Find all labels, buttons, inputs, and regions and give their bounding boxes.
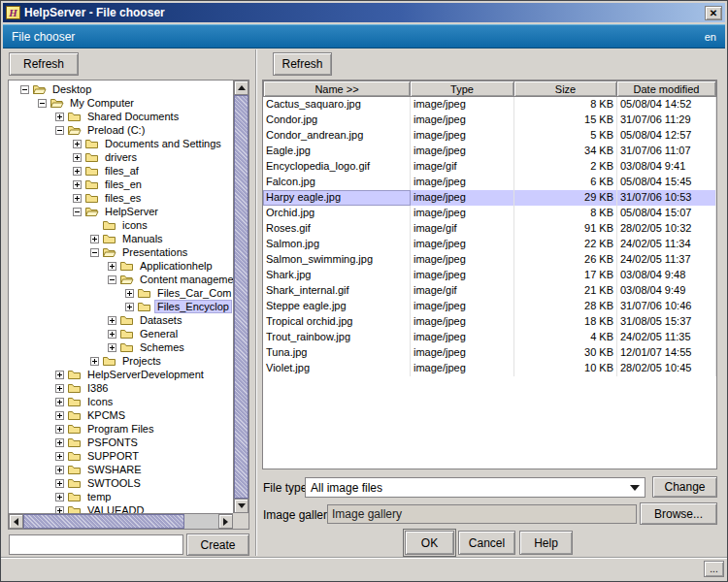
tree-node[interactable]: General xyxy=(9,327,233,340)
expand-icon[interactable] xyxy=(55,398,64,406)
expand-icon[interactable] xyxy=(90,357,99,366)
change-button[interactable]: Change xyxy=(652,476,717,498)
tree-node-label[interactable]: Desktop xyxy=(50,83,93,95)
table-row[interactable]: Steppe eagle.jpgimage/jpeg28 KB31/07/06 … xyxy=(263,299,716,314)
collapse-icon[interactable] xyxy=(90,248,99,257)
collapse-icon[interactable] xyxy=(55,126,64,135)
expand-icon[interactable] xyxy=(55,506,64,514)
tree-node[interactable]: PSFONTS xyxy=(9,436,233,449)
tree-node[interactable]: VALUEADD xyxy=(9,503,233,513)
tree-node-label[interactable]: Datasets xyxy=(138,314,183,326)
table-row[interactable]: Salmon_swimming.jpgimage/jpeg26 KB24/02/… xyxy=(263,252,716,268)
expand-icon[interactable] xyxy=(125,303,134,311)
horizontal-scroll-thumb[interactable] xyxy=(23,514,184,529)
tree-node-label[interactable]: Documents and Settings xyxy=(103,138,223,149)
tree-node-label[interactable]: Files_Encyclop xyxy=(155,301,231,312)
tree-node-label[interactable]: HelpServerDevelopment xyxy=(85,369,206,380)
tree-node[interactable]: KPCMS xyxy=(9,408,233,422)
table-row[interactable]: Tropical orchid.jpgimage/jpeg18 KB31/08/… xyxy=(263,314,716,330)
expand-icon[interactable] xyxy=(55,113,64,121)
table-row[interactable]: Violet.jpgimage/jpeg10 KB28/02/05 10:45 xyxy=(263,361,716,376)
horizontal-scroll-track[interactable] xyxy=(184,514,218,529)
tree-node[interactable]: HelpServerDevelopment xyxy=(9,368,233,381)
tree-node-label[interactable]: My Computer xyxy=(68,97,136,109)
tree-node-label[interactable]: temp xyxy=(85,491,113,502)
tree-node-label[interactable]: drivers xyxy=(103,151,139,163)
collapse-icon[interactable] xyxy=(38,99,47,108)
tree-node[interactable]: Shared Documents xyxy=(9,110,233,123)
table-row[interactable]: Falcon.jpgimage/jpeg6 KB05/08/04 15:45 xyxy=(263,175,716,190)
tree-node-label[interactable]: I386 xyxy=(85,382,110,394)
tree-node[interactable]: Files_Encyclop xyxy=(9,300,233,313)
table-row[interactable]: Shark_internal.gifimage/gif21 KB03/08/04… xyxy=(263,283,716,299)
expand-icon[interactable] xyxy=(108,316,116,325)
expand-icon[interactable] xyxy=(55,425,64,434)
collapse-icon[interactable] xyxy=(108,275,116,284)
tree-node[interactable]: SUPPORT xyxy=(9,449,233,463)
tree-node-label[interactable]: General xyxy=(138,328,180,340)
table-row[interactable]: Shark.jpgimage/jpeg17 KB03/08/04 9:48 xyxy=(263,268,716,283)
tree-node-label[interactable]: SUPPORT xyxy=(85,450,141,462)
tree-node[interactable]: Manuals xyxy=(9,232,233,245)
expand-icon[interactable] xyxy=(55,493,64,501)
tree-node[interactable]: Projects xyxy=(9,354,233,368)
expand-icon[interactable] xyxy=(55,452,64,461)
tree-node-label[interactable]: Applicationhelp xyxy=(138,260,215,272)
close-button[interactable]: ✕ xyxy=(705,6,722,20)
column-header-date[interactable]: Date modified xyxy=(617,81,716,97)
tree-node-label[interactable]: Program Files xyxy=(85,423,155,435)
tree-node[interactable]: Presentations xyxy=(9,245,233,259)
tree-node-label[interactable]: files_es xyxy=(103,192,143,204)
tree-node-label[interactable]: icons xyxy=(120,219,149,231)
tree-node-label[interactable]: KPCMS xyxy=(85,409,127,421)
tree-node[interactable]: files_es xyxy=(9,191,233,205)
expand-icon[interactable] xyxy=(73,140,82,148)
tree-refresh-button[interactable]: Refresh xyxy=(9,52,79,76)
tree-node[interactable]: Icons xyxy=(9,395,233,408)
column-header-size[interactable]: Size xyxy=(514,81,617,97)
tree-node[interactable]: Schemes xyxy=(9,340,233,354)
tree-node-label[interactable]: Icons xyxy=(85,396,115,407)
scroll-left-button[interactable] xyxy=(9,514,23,529)
expand-icon[interactable] xyxy=(108,330,116,339)
table-row[interactable]: Cactus_saquaro.jpgimage/jpeg8 KB05/08/04… xyxy=(263,97,716,113)
expand-icon[interactable] xyxy=(108,262,116,271)
tree-node[interactable]: icons xyxy=(9,218,233,232)
tree-node-label[interactable]: PSFONTS xyxy=(85,436,140,448)
tree-node-label[interactable]: SWSHARE xyxy=(85,464,144,475)
table-row[interactable]: Harpy eagle.jpgimage/jpeg29 KB31/07/06 1… xyxy=(263,190,716,206)
tree-node-label[interactable]: VALUEADD xyxy=(85,504,146,513)
table-row[interactable]: Trout_rainbow.jpgimage/jpeg4 KB24/02/05 … xyxy=(263,330,716,345)
expand-icon[interactable] xyxy=(125,289,134,298)
tree-node-label[interactable]: Schemes xyxy=(138,341,186,353)
tree-node[interactable]: temp xyxy=(9,490,233,503)
tree-node[interactable]: Files_Car_Com xyxy=(9,286,233,300)
browse-button[interactable]: Browse... xyxy=(640,502,717,525)
expand-icon[interactable] xyxy=(55,438,64,447)
tree-node[interactable]: I386 xyxy=(9,381,233,395)
table-row[interactable]: Eagle.jpgimage/jpeg34 KB31/07/06 11:07 xyxy=(263,144,716,159)
scroll-up-button[interactable] xyxy=(234,81,248,95)
tree-node-label[interactable]: Projects xyxy=(120,355,163,367)
ok-button[interactable]: OK xyxy=(405,531,454,555)
tree-node[interactable]: Documents and Settings xyxy=(9,137,233,150)
tree-node-label[interactable]: files_en xyxy=(103,178,144,190)
cancel-button[interactable]: Cancel xyxy=(458,531,515,555)
tree-node[interactable]: Content manageme xyxy=(9,273,233,286)
tree-node[interactable]: Preload (C:) xyxy=(9,123,233,137)
new-folder-input[interactable] xyxy=(9,534,183,555)
tree-horizontal-scrollbar[interactable] xyxy=(9,513,233,529)
expand-icon[interactable] xyxy=(90,235,99,243)
expand-icon[interactable] xyxy=(55,384,64,393)
collapse-icon[interactable] xyxy=(20,85,29,94)
tree-node[interactable]: drivers xyxy=(9,150,233,164)
column-header-type[interactable]: Type xyxy=(411,81,514,97)
expand-icon[interactable] xyxy=(73,167,82,176)
scroll-down-button[interactable] xyxy=(234,499,248,513)
tree-vertical-scrollbar[interactable] xyxy=(233,81,248,513)
tree-node-label[interactable]: Preload (C:) xyxy=(85,124,147,136)
column-header-name[interactable]: Name >> xyxy=(263,81,411,97)
table-row[interactable]: Roses.gifimage/gif91 KB28/02/05 10:32 xyxy=(263,221,716,237)
tree-node-label[interactable]: Manuals xyxy=(120,233,165,244)
tree-node-label[interactable]: files_af xyxy=(103,165,141,177)
